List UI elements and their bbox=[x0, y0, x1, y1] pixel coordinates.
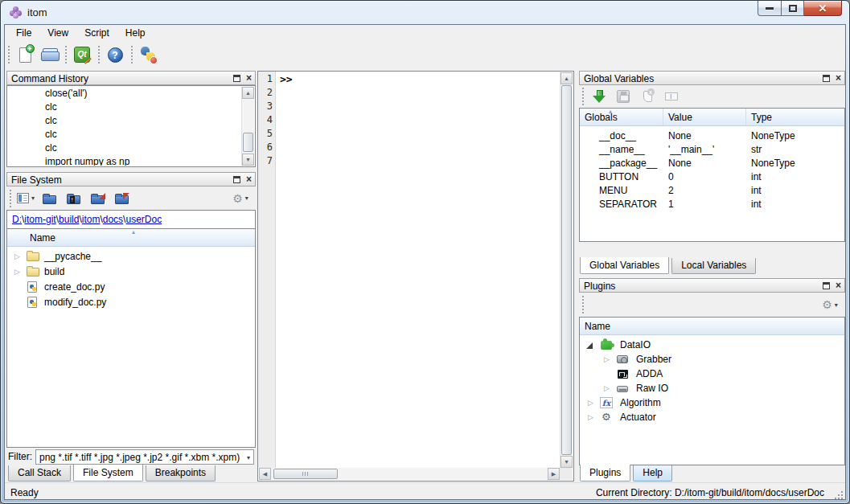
menu-help[interactable]: Help bbox=[117, 26, 154, 41]
move-to-folder-button[interactable] bbox=[86, 187, 109, 210]
save-variable-button[interactable] bbox=[612, 85, 634, 108]
tab-global-variables[interactable]: Global Variables bbox=[580, 257, 669, 274]
history-item[interactable]: clc bbox=[8, 100, 241, 114]
plugins-header[interactable]: Plugins bbox=[579, 278, 845, 293]
expand-branch-icon[interactable] bbox=[588, 414, 593, 421]
filter-combobox[interactable]: png *.tif *.tiff *.jpg *.jpeg *.jp2 *.gi… bbox=[35, 449, 254, 465]
name-column-header[interactable]: Name bbox=[580, 318, 844, 335]
minimize-button[interactable] bbox=[758, 1, 782, 16]
expand-branch-icon[interactable] bbox=[604, 385, 610, 392]
variable-row[interactable]: SEPARATOR 1 int bbox=[580, 198, 844, 211]
toolbar-handle[interactable] bbox=[582, 296, 584, 313]
open-file-button[interactable] bbox=[38, 43, 60, 66]
expand-branch-icon[interactable] bbox=[14, 268, 20, 276]
column-header-value[interactable]: Value bbox=[663, 109, 746, 125]
plugin-row[interactable]: Actuator bbox=[580, 410, 844, 424]
breadcrumb-link[interactable]: itom-git bbox=[24, 214, 55, 225]
global-variables-header[interactable]: Global Variables bbox=[579, 71, 845, 85]
tab-local-variables[interactable]: Local Variables bbox=[671, 258, 756, 274]
help-button[interactable] bbox=[104, 43, 126, 66]
close-dock-icon[interactable] bbox=[246, 74, 252, 82]
file-row[interactable]: create_doc.py bbox=[7, 280, 255, 295]
menu-script[interactable]: Script bbox=[76, 26, 117, 41]
toolbar-handle[interactable] bbox=[10, 190, 11, 207]
scroll-left-button[interactable] bbox=[259, 468, 271, 480]
history-item[interactable]: close('all') bbox=[8, 87, 241, 100]
menu-view[interactable]: View bbox=[39, 26, 76, 41]
maximize-button[interactable] bbox=[782, 1, 804, 16]
toolbar-handle[interactable] bbox=[131, 46, 133, 64]
fs-settings-button[interactable] bbox=[227, 187, 254, 210]
float-dock-icon[interactable] bbox=[233, 75, 240, 82]
plugins-settings-button[interactable] bbox=[816, 293, 844, 316]
scrollbar-thumb[interactable] bbox=[243, 133, 253, 152]
command-history-header[interactable]: Command History bbox=[6, 71, 256, 85]
plugin-row[interactable]: Raw IO bbox=[580, 381, 844, 395]
history-item[interactable]: import numpy as np bbox=[8, 155, 241, 166]
expand-branch-icon[interactable] bbox=[604, 356, 610, 363]
python-console[interactable]: 1 2 3 4 5 6 7 >> bbox=[257, 71, 574, 481]
history-item[interactable]: clc bbox=[8, 128, 241, 141]
scrollbar-thumb[interactable] bbox=[273, 469, 338, 479]
close-dock-icon[interactable] bbox=[836, 74, 841, 82]
tab-call-stack[interactable]: Call Stack bbox=[8, 465, 71, 481]
scroll-down-button[interactable] bbox=[242, 154, 254, 166]
new-script-button[interactable]: + bbox=[14, 43, 36, 66]
view-mode-button[interactable] bbox=[15, 187, 36, 210]
rename-variable-button[interactable] bbox=[660, 85, 683, 108]
toolbar-handle[interactable] bbox=[582, 88, 584, 105]
plugin-row[interactable]: Algorithm bbox=[580, 395, 844, 410]
console-vertical-scrollbar[interactable] bbox=[560, 72, 573, 468]
toolbar-handle[interactable] bbox=[65, 46, 67, 64]
variable-row[interactable]: BUTTON 0 int bbox=[580, 170, 844, 184]
tab-file-system[interactable]: File System bbox=[73, 465, 143, 481]
expand-branch-icon[interactable] bbox=[14, 253, 20, 260]
tab-plugins[interactable]: Plugins bbox=[580, 465, 630, 481]
file-row[interactable]: build bbox=[7, 264, 255, 280]
variable-row[interactable]: MENU 2 int bbox=[580, 184, 844, 198]
file-row[interactable]: modify_doc.py bbox=[7, 295, 255, 310]
plugin-row[interactable]: ADDA bbox=[580, 367, 844, 381]
variable-row[interactable]: __name__ '__main__' str bbox=[580, 143, 844, 157]
breadcrumb-link[interactable]: itom bbox=[82, 214, 101, 225]
float-dock-icon[interactable] bbox=[823, 75, 830, 82]
scroll-up-button[interactable] bbox=[242, 87, 254, 99]
file-row[interactable]: __pycache__ bbox=[7, 249, 255, 264]
menu-file[interactable]: File bbox=[8, 26, 39, 41]
close-dock-icon[interactable] bbox=[836, 281, 841, 289]
file-system-header[interactable]: File System bbox=[6, 172, 256, 186]
breadcrumb-link[interactable]: userDoc bbox=[125, 214, 162, 225]
plugin-row[interactable]: Grabber bbox=[580, 352, 844, 367]
toolbar-handle[interactable] bbox=[8, 46, 10, 64]
command-history-list[interactable]: close('all') clc clc clc clc import nump… bbox=[8, 87, 241, 166]
vertical-scrollbar[interactable] bbox=[241, 87, 254, 166]
name-column-header[interactable]: Name bbox=[7, 229, 255, 247]
scrollbar-thumb[interactable] bbox=[561, 85, 572, 455]
tab-breakpoints[interactable]: Breakpoints bbox=[146, 465, 216, 481]
scroll-down-button[interactable] bbox=[561, 456, 573, 468]
close-button[interactable]: ✕ bbox=[804, 1, 842, 16]
scroll-up-button[interactable] bbox=[561, 72, 573, 84]
expand-branch-icon[interactable] bbox=[588, 400, 593, 407]
breadcrumb-link[interactable]: build bbox=[59, 214, 79, 225]
variable-row[interactable]: __doc__ None NoneType bbox=[580, 129, 844, 143]
titlebar[interactable]: itom ✕ bbox=[1, 1, 849, 24]
console-horizontal-scrollbar[interactable] bbox=[259, 468, 560, 480]
history-item[interactable]: clc bbox=[8, 141, 241, 155]
close-dock-icon[interactable] bbox=[246, 175, 252, 183]
toolbar-handle[interactable] bbox=[98, 46, 100, 64]
column-header-type[interactable]: Type bbox=[746, 109, 844, 125]
open-directory-button[interactable] bbox=[38, 187, 60, 210]
history-item[interactable]: clc bbox=[8, 114, 241, 128]
collapse-branch-icon[interactable] bbox=[586, 342, 593, 349]
python-stop-button[interactable] bbox=[137, 43, 159, 66]
qt-designer-button[interactable] bbox=[71, 43, 93, 66]
breadcrumb-link[interactable]: docs bbox=[103, 214, 123, 225]
float-dock-icon[interactable] bbox=[823, 282, 830, 289]
column-header-globals[interactable]: Globals bbox=[580, 109, 663, 125]
folder-up-button[interactable] bbox=[62, 187, 84, 210]
plugin-row[interactable]: DataIO bbox=[580, 338, 844, 352]
tab-help[interactable]: Help bbox=[633, 465, 672, 481]
resize-grip-icon[interactable] bbox=[833, 490, 843, 499]
scroll-right-button[interactable] bbox=[548, 468, 560, 480]
